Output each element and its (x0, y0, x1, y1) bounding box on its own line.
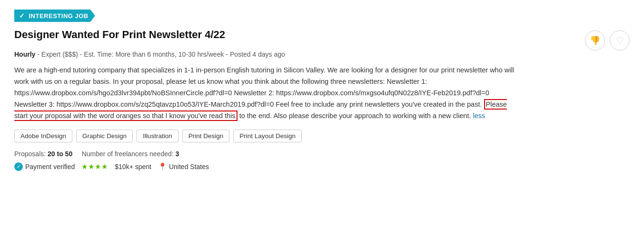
skills-row: Adobe InDesign Graphic Design Illustrati… (14, 130, 630, 142)
thumbs-down-icon: 👎 (590, 35, 600, 46)
payment-verified: ✓ Payment verified (14, 162, 75, 171)
thumbs-down-button[interactable]: 👎 (585, 30, 605, 50)
skill-tag-illustration: Illustration (137, 130, 178, 142)
stars-rating: ★★★★ (81, 162, 108, 171)
location-pin-icon: 📍 (158, 162, 167, 171)
job-posted: Posted 4 days ago (230, 50, 285, 58)
job-title: Designer Wanted For Print Newsletter 4/2… (14, 29, 585, 41)
action-buttons: 👎 ♡ (585, 30, 630, 50)
heart-icon: ♡ (616, 35, 624, 46)
payment-row: ✓ Payment verified ★★★★ $10k+ spent 📍 Un… (14, 162, 630, 171)
meta-separator-3: - (226, 50, 230, 58)
skill-tag-adobe-indesign: Adobe InDesign (14, 130, 72, 142)
freelancers-count: 3 (176, 150, 179, 158)
job-meta: Hourly - Expert ($$$) - Est. Time: More … (14, 50, 630, 58)
job-level: Expert ($$$) (41, 50, 78, 58)
verified-icon: ✓ (14, 162, 23, 171)
job-est-time: Est. Time: More than 6 months, 10-30 hrs… (84, 50, 224, 58)
skill-tag-print-layout-design: Print Layout Design (233, 130, 302, 142)
meta-separator-2: - (80, 50, 84, 58)
meta-separator-1: - (37, 50, 41, 58)
description-before-highlight: We are a high-end tutoring company that … (14, 66, 514, 108)
skill-tag-print-design: Print Design (182, 130, 230, 142)
proposals-range: 20 to 50 (48, 150, 72, 158)
proposals-row: Proposals: 20 to 50 Number of freelancer… (14, 150, 630, 158)
description-after-highlight: to the end. Also please describe your ap… (238, 112, 471, 120)
header-row: Designer Wanted For Print Newsletter 4/2… (14, 29, 630, 50)
location-text: United States (169, 163, 209, 171)
skill-tag-graphic-design: Graphic Design (76, 130, 133, 142)
banner-label: INTERESTING JOB (29, 12, 89, 20)
save-job-button[interactable]: ♡ (610, 30, 630, 50)
amount-spent: $10k+ spent (115, 163, 151, 171)
job-description: We are a high-end tutoring company that … (14, 65, 514, 122)
freelancers-label: Number of freelancers needed: (82, 150, 174, 158)
payment-verified-label: Payment verified (25, 163, 75, 171)
interesting-job-banner: ✓ INTERESTING JOB (14, 10, 95, 22)
job-type: Hourly (14, 50, 35, 58)
proposals-label: Proposals: (14, 150, 46, 158)
location: 📍 United States (158, 162, 209, 171)
checkmark-icon: ✓ (19, 12, 25, 20)
less-link[interactable]: less (473, 112, 485, 120)
